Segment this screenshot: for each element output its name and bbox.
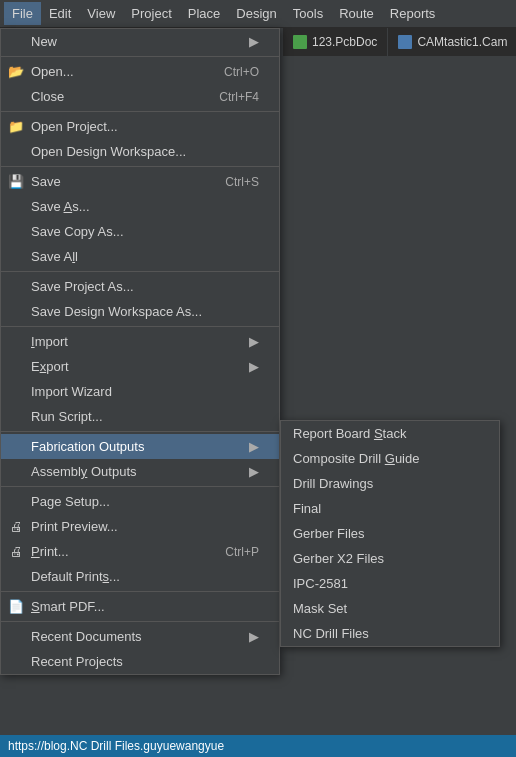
submenu-drill-drawings-label: Drill Drawings: [293, 476, 373, 491]
menubar-item-file[interactable]: File: [4, 2, 41, 25]
menu-item-open-project-label: Open Project...: [31, 119, 118, 134]
menu-item-default-prints[interactable]: Default Prints...: [1, 564, 279, 589]
print-preview-icon: 🖨: [7, 519, 25, 534]
open-shortcut: Ctrl+O: [184, 65, 259, 79]
submenu-final-label: Final: [293, 501, 321, 516]
separator-7: [1, 486, 279, 487]
separator-4: [1, 271, 279, 272]
menu-item-open-project[interactable]: 📁 Open Project...: [1, 114, 279, 139]
menu-item-import-wizard[interactable]: Import Wizard: [1, 379, 279, 404]
menu-item-save-all-label: Save All: [31, 249, 78, 264]
menu-item-import-wizard-label: Import Wizard: [31, 384, 112, 399]
submenu-item-composite-drill[interactable]: Composite Drill Guide: [281, 446, 499, 471]
import-arrow-icon: ▶: [249, 334, 259, 349]
menu-item-save-workspace[interactable]: Save Design Workspace As...: [1, 299, 279, 324]
print-icon: 🖨: [7, 544, 25, 559]
tab-pcbdoc[interactable]: 123.PcbDoc: [283, 28, 388, 56]
menu-item-run-script-label: Run Script...: [31, 409, 103, 424]
menu-item-open-workspace[interactable]: Open Design Workspace...: [1, 139, 279, 164]
export-arrow-icon: ▶: [249, 359, 259, 374]
menu-item-print-preview[interactable]: 🖨 Print Preview...: [1, 514, 279, 539]
assembly-arrow-icon: ▶: [249, 464, 259, 479]
menu-item-default-prints-label: Default Prints...: [31, 569, 120, 584]
submenu-ipc-2581-label: IPC-2581: [293, 576, 348, 591]
menu-item-import[interactable]: Import ▶: [1, 329, 279, 354]
submenu-item-nc-drill[interactable]: NC Drill Files: [281, 621, 499, 646]
menu-item-save[interactable]: 💾 Save Ctrl+S: [1, 169, 279, 194]
menu-item-page-setup[interactable]: Page Setup...: [1, 489, 279, 514]
separator-1: [1, 56, 279, 57]
close-shortcut: Ctrl+F4: [179, 90, 259, 104]
fabrication-submenu: Report Board Stack Composite Drill Guide…: [280, 420, 500, 647]
menubar-item-reports[interactable]: Reports: [382, 2, 444, 25]
menu-item-save-copy[interactable]: Save Copy As...: [1, 219, 279, 244]
open-icon: 📂: [7, 64, 25, 79]
open-project-icon: 📁: [7, 119, 25, 134]
menubar-item-design[interactable]: Design: [228, 2, 284, 25]
menubar-item-view[interactable]: View: [79, 2, 123, 25]
menubar-item-route[interactable]: Route: [331, 2, 382, 25]
tab-camtastic-label: CAMtastic1.Cam: [417, 35, 507, 49]
recent-docs-arrow-icon: ▶: [249, 629, 259, 644]
menubar-item-tools[interactable]: Tools: [285, 2, 331, 25]
submenu-nc-drill-label: NC Drill Files: [293, 626, 369, 641]
menu-item-assembly-label: Assembly Outputs: [31, 464, 137, 479]
menubar-item-project[interactable]: Project: [123, 2, 179, 25]
menu-item-save-copy-label: Save Copy As...: [31, 224, 124, 239]
submenu-item-gerber-x2[interactable]: Gerber X2 Files: [281, 546, 499, 571]
submenu-item-mask-set[interactable]: Mask Set: [281, 596, 499, 621]
save-shortcut: Ctrl+S: [185, 175, 259, 189]
menu-item-save-as-label: Save As...: [31, 199, 90, 214]
menubar-item-place[interactable]: Place: [180, 2, 229, 25]
separator-5: [1, 326, 279, 327]
menu-item-recent-projects[interactable]: Recent Projects: [1, 649, 279, 674]
menu-item-smart-pdf[interactable]: 📄 Smart PDF...: [1, 594, 279, 619]
menu-item-open[interactable]: 📂 Open... Ctrl+O: [1, 59, 279, 84]
submenu-item-drill-drawings[interactable]: Drill Drawings: [281, 471, 499, 496]
submenu-item-report-board-stack[interactable]: Report Board Stack: [281, 421, 499, 446]
submenu-report-board-stack-label: Report Board Stack: [293, 426, 406, 441]
menubar-item-edit[interactable]: Edit: [41, 2, 79, 25]
menu-item-export[interactable]: Export ▶: [1, 354, 279, 379]
menu-item-recent-documents[interactable]: Recent Documents ▶: [1, 624, 279, 649]
new-arrow-icon: ▶: [249, 34, 259, 49]
smart-pdf-icon: 📄: [7, 599, 25, 614]
submenu-item-ipc-2581[interactable]: IPC-2581: [281, 571, 499, 596]
submenu-gerber-files-label: Gerber Files: [293, 526, 365, 541]
submenu-item-final[interactable]: Final: [281, 496, 499, 521]
submenu-mask-set-label: Mask Set: [293, 601, 347, 616]
print-shortcut: Ctrl+P: [185, 545, 259, 559]
menu-item-close-label: Close: [31, 89, 64, 104]
save-icon: 💾: [7, 174, 25, 189]
menu-item-assembly[interactable]: Assembly Outputs ▶: [1, 459, 279, 484]
menu-item-save-as[interactable]: Save As...: [1, 194, 279, 219]
submenu-composite-drill-label: Composite Drill Guide: [293, 451, 419, 466]
menu-item-import-label: Import: [31, 334, 68, 349]
menu-item-open-label: Open...: [31, 64, 74, 79]
menu-item-smart-pdf-label: Smart PDF...: [31, 599, 105, 614]
menu-item-save-label: Save: [31, 174, 61, 189]
file-dropdown-menu: New ▶ 📂 Open... Ctrl+O Close Ctrl+F4 📁 O…: [0, 28, 280, 675]
menu-item-open-workspace-label: Open Design Workspace...: [31, 144, 186, 159]
menu-item-print[interactable]: 🖨 Print... Ctrl+P: [1, 539, 279, 564]
menu-item-close[interactable]: Close Ctrl+F4: [1, 84, 279, 109]
menu-item-save-project[interactable]: Save Project As...: [1, 274, 279, 299]
menu-item-new-label: New: [31, 34, 57, 49]
tab-pcbdoc-label: 123.PcbDoc: [312, 35, 377, 49]
separator-3: [1, 166, 279, 167]
submenu-gerber-x2-label: Gerber X2 Files: [293, 551, 384, 566]
menu-item-run-script[interactable]: Run Script...: [1, 404, 279, 429]
menubar: File Edit View Project Place Design Tool…: [0, 0, 516, 28]
menu-item-fabrication[interactable]: Fabrication Outputs ▶: [1, 434, 279, 459]
submenu-item-gerber-files[interactable]: Gerber Files: [281, 521, 499, 546]
menu-item-print-label: Print...: [31, 544, 69, 559]
menu-item-save-all[interactable]: Save All: [1, 244, 279, 269]
tab-camtastic[interactable]: CAMtastic1.Cam: [388, 28, 516, 56]
statusbar-text: https://blog.NC Drill Files.guyuewangyue: [8, 739, 224, 753]
menu-item-export-label: Export: [31, 359, 69, 374]
menu-item-page-setup-label: Page Setup...: [31, 494, 110, 509]
menu-item-fabrication-label: Fabrication Outputs: [31, 439, 144, 454]
separator-6: [1, 431, 279, 432]
statusbar: https://blog.NC Drill Files.guyuewangyue: [0, 735, 516, 757]
menu-item-new[interactable]: New ▶: [1, 29, 279, 54]
